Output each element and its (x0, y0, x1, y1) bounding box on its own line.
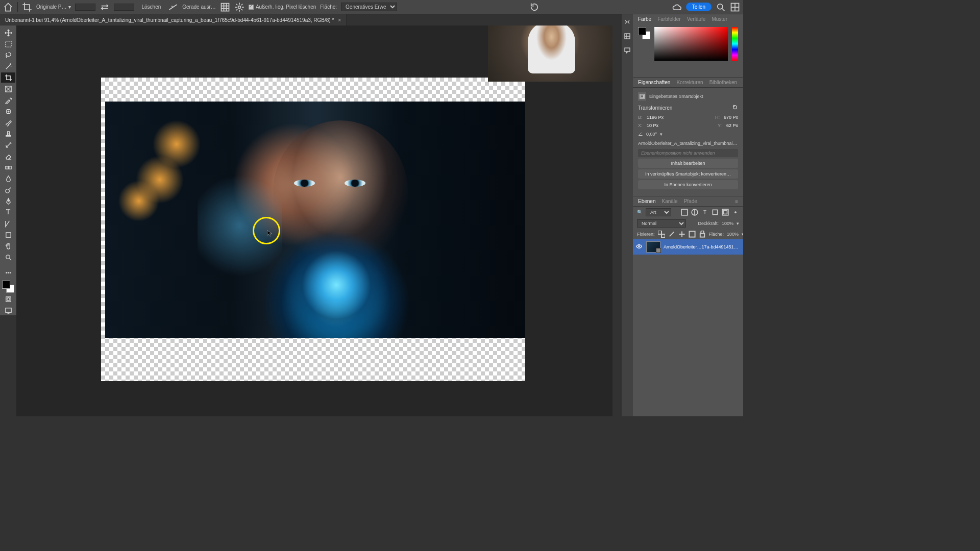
layers-menu-icon[interactable]: ≡ (735, 198, 738, 204)
layer-thumbnail[interactable] (646, 241, 660, 253)
straighten-button[interactable]: Gerade ausr… (182, 4, 216, 10)
tab-farbe[interactable]: Farbe (638, 16, 651, 22)
svg-rect-15 (5, 308, 11, 312)
x-value[interactable]: 10 Px (647, 123, 658, 128)
document-tab[interactable]: Unbenannt-1 bei 91,4% (ArnoldOberleiter_… (0, 14, 347, 26)
angle-dropdown-icon[interactable]: ▾ (660, 132, 663, 137)
filter-adjust-icon[interactable] (691, 209, 698, 216)
image-layer[interactable] (105, 102, 525, 338)
fg-color-swatch[interactable] (2, 281, 10, 289)
heal-tool[interactable] (1, 106, 15, 116)
straighten-icon[interactable] (168, 2, 178, 12)
gradient-tool[interactable] (1, 162, 15, 172)
shape-tool[interactable] (1, 230, 15, 240)
type-tool[interactable]: T (1, 207, 15, 217)
svg-point-11 (8, 272, 9, 273)
svg-rect-26 (662, 234, 665, 238)
tab-korrekturen[interactable]: Korrekturen (676, 80, 703, 85)
y-value[interactable]: 62 Px (726, 123, 738, 128)
filter-toggle-icon[interactable]: ● (732, 209, 739, 216)
quick-mask-icon[interactable] (1, 294, 15, 304)
stamp-tool[interactable] (1, 129, 15, 139)
collapse-arrows-icon[interactable] (624, 18, 631, 26)
filter-type-icon[interactable]: T (701, 209, 708, 216)
lock-artboard-icon[interactable] (689, 231, 696, 238)
filter-type-select[interactable]: Art (646, 208, 671, 216)
fill-value[interactable]: 100% (727, 232, 739, 237)
frame-tool[interactable] (1, 84, 15, 94)
eraser-tool[interactable] (1, 151, 15, 161)
delete-button[interactable]: Löschen (138, 3, 164, 11)
blend-mode-select[interactable]: Normal (637, 219, 686, 228)
screen-mode-icon[interactable] (1, 305, 15, 315)
history-panel-icon[interactable] (624, 33, 631, 40)
crop-height-input[interactable] (114, 4, 134, 11)
search-icon[interactable] (716, 2, 726, 12)
swap-dimensions-icon[interactable] (100, 2, 110, 12)
lock-trans-icon[interactable] (658, 231, 665, 238)
overlay-grid-icon[interactable] (220, 2, 230, 12)
eyedropper-tool[interactable] (1, 95, 15, 105)
lock-position-icon[interactable] (678, 231, 685, 238)
color-field[interactable] (654, 27, 728, 61)
hue-slider[interactable] (732, 27, 738, 61)
filter-search-icon[interactable]: 🔍 (637, 210, 643, 215)
angle-value[interactable]: 0,00° (646, 132, 657, 137)
close-tab-icon[interactable]: × (338, 17, 341, 23)
lock-all-icon[interactable] (699, 231, 706, 238)
tab-eigenschaften[interactable]: Eigenschaften (638, 80, 670, 85)
zoom-tool[interactable] (1, 252, 15, 262)
edit-toolbar-icon[interactable] (1, 267, 15, 278)
cloud-status-icon[interactable] (672, 2, 682, 12)
path-tool[interactable] (1, 218, 15, 229)
crop-settings-icon[interactable] (234, 2, 244, 12)
tab-pfade[interactable]: Pfade (684, 198, 697, 204)
filter-shape-icon[interactable] (712, 209, 719, 216)
dodge-tool[interactable] (1, 185, 15, 195)
tab-kanale[interactable]: Kanäle (662, 198, 677, 204)
layer-row[interactable]: ArnoldOberleiter…17a-bd44914519a3 (633, 239, 743, 255)
reset-crop-icon[interactable] (529, 2, 540, 12)
move-tool[interactable] (1, 28, 15, 38)
opacity-value[interactable]: 100% (722, 221, 733, 226)
edit-contents-button[interactable]: Inhalt bearbeiten (638, 159, 738, 168)
lasso-tool[interactable] (1, 50, 15, 60)
workspace-icon[interactable] (730, 2, 740, 12)
pen-tool[interactable] (1, 196, 15, 206)
canvas-area[interactable] (16, 26, 612, 416)
color-fgbg-swatch[interactable] (638, 27, 650, 39)
blur-tool[interactable] (1, 173, 15, 184)
color-swatches[interactable] (2, 281, 14, 293)
width-value[interactable]: 1196 Px (647, 115, 664, 120)
delete-cropped-checkbox[interactable]: Außerh. lieg. Pixel löschen (249, 4, 316, 10)
share-button[interactable]: Teilen (686, 3, 712, 11)
layer-name[interactable]: ArnoldOberleiter…17a-bd44914519a3 (664, 244, 740, 249)
history-brush-tool[interactable] (1, 140, 15, 150)
crop-tool[interactable] (1, 72, 15, 83)
ratio-preset-dropdown[interactable]: Originale P… ▾ (36, 4, 71, 10)
convert-linked-button[interactable]: In verknüpftes Smartobjekt konvertieren… (638, 169, 738, 179)
wand-tool[interactable] (1, 61, 15, 71)
brush-tool[interactable] (1, 117, 15, 128)
height-value[interactable]: 670 Px (724, 115, 738, 120)
svg-point-29 (639, 246, 640, 247)
tab-muster[interactable]: Muster (712, 16, 727, 22)
fill-mode-select[interactable]: Generatives Erweitern (341, 3, 397, 11)
comments-panel-icon[interactable] (624, 47, 631, 54)
reset-transform-icon[interactable] (732, 104, 738, 111)
hand-tool[interactable] (1, 241, 15, 251)
marquee-tool[interactable] (1, 39, 15, 49)
lock-pixels-icon[interactable] (668, 231, 675, 238)
crop-width-input[interactable] (75, 4, 95, 11)
convert-layers-button[interactable]: In Ebenen konvertieren (638, 180, 738, 189)
tab-farbfelder[interactable]: Farbfelder (657, 16, 681, 22)
crop-tool-icon[interactable] (22, 2, 32, 12)
filter-pixel-icon[interactable] (681, 209, 688, 216)
visibility-icon[interactable] (636, 243, 643, 251)
canvas[interactable] (101, 78, 525, 381)
home-icon[interactable] (3, 2, 13, 12)
filter-smart-icon[interactable] (722, 209, 729, 216)
tab-bibliotheken[interactable]: Bibliotheken (709, 80, 737, 85)
tab-ebenen[interactable]: Ebenen (638, 198, 655, 204)
tab-verlaufe[interactable]: Verläufe (687, 16, 706, 22)
